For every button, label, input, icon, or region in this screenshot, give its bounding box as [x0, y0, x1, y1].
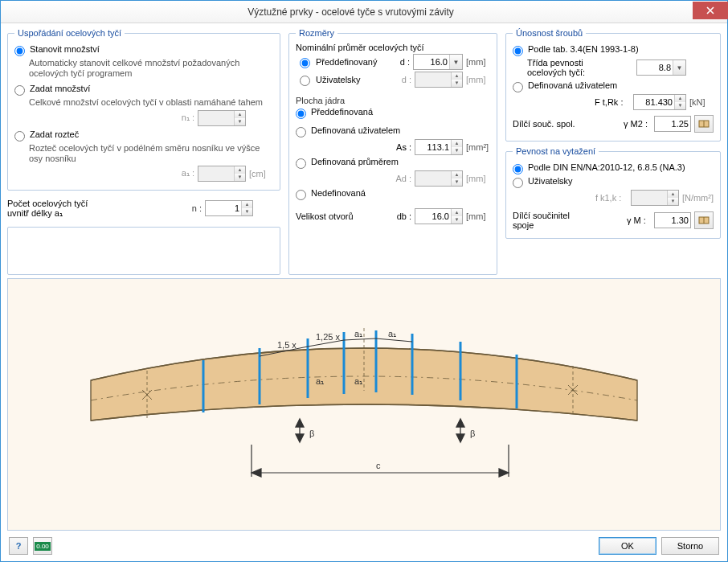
radio-bolt-table[interactable] — [513, 46, 523, 56]
As-input[interactable] — [415, 142, 451, 152]
label-diam-predef[interactable]: Předdefinovaný — [316, 57, 377, 67]
radio-bolt-user[interactable] — [513, 82, 523, 92]
ok-button[interactable]: OK — [599, 537, 656, 555]
gammaM2-field[interactable] — [654, 116, 691, 132]
label-core-predef[interactable]: Předdefinovaná — [311, 107, 373, 117]
gammaM-input[interactable] — [655, 215, 690, 225]
group-empty — [7, 227, 280, 275]
legend-dimensions: Rozměry — [296, 28, 337, 38]
db-input[interactable] — [415, 211, 451, 221]
help-button[interactable]: ? — [9, 537, 28, 555]
radio-spacing[interactable] — [14, 131, 25, 142]
content-area: Uspořádání ocelových tyčí Stanovit množs… — [1, 23, 727, 561]
library-button-1[interactable] — [694, 115, 714, 133]
gammaM-label: γ M : — [627, 215, 651, 225]
label-core-user[interactable]: Definovaná uživatelem — [311, 125, 400, 135]
n1-spinner: ▲▼ — [198, 110, 246, 126]
n1-label: n₁ : — [177, 113, 194, 123]
core-title: Plocha jádra — [296, 96, 490, 105]
class-input[interactable] — [637, 63, 673, 72]
label-core-diam[interactable]: Definovaná průměrem — [311, 157, 399, 166]
window-title: Výztužné prvky - ocelové tyče s vrutovým… — [9, 6, 693, 18]
n-input[interactable] — [206, 203, 241, 213]
library-button-2[interactable] — [694, 211, 714, 229]
d-unit-1: [mm] — [466, 57, 490, 67]
gammaM2-label: γ M2 : — [624, 119, 651, 129]
a1-label: a₁ : — [177, 168, 194, 178]
svg-marker-41 — [499, 469, 509, 477]
label-determine-qty[interactable]: Stanovit množství — [30, 44, 100, 54]
d-user-spinner: ▲▼ — [415, 72, 463, 88]
group-bolt-resistance: Únosnost šroubů Podle tab. 3.4(EN 1993-1… — [505, 28, 721, 142]
titlebar: Výztužné prvky - ocelové tyče s vrutovým… — [1, 1, 727, 23]
desc-determine-qty: Automaticky stanovit celkové množství po… — [29, 58, 273, 79]
label-pull-user[interactable]: Uživatelsky — [528, 176, 573, 186]
svg-text:a₁: a₁ — [316, 376, 324, 386]
radio-core-undef[interactable] — [296, 190, 306, 200]
dialog-window: Výztužné prvky - ocelové tyče s vrutovým… — [0, 0, 728, 562]
radio-diam-predef[interactable] — [300, 58, 310, 68]
svg-text:a₁: a₁ — [354, 329, 362, 338]
radio-core-user[interactable] — [296, 127, 306, 137]
label-enter-qty[interactable]: Zadat množství — [30, 84, 90, 93]
d-combo-input[interactable] — [414, 57, 449, 67]
label-bolt-table[interactable]: Podle tab. 3.4(EN 1993-1-8) — [528, 44, 639, 54]
close-icon — [706, 6, 714, 14]
group-arrangement: Uspořádání ocelových tyčí Stanovit množs… — [7, 28, 280, 191]
svg-text:a₁: a₁ — [388, 329, 396, 338]
gammaM-field[interactable] — [654, 212, 691, 228]
n-spinner[interactable]: ▲▼ — [205, 200, 253, 216]
desc-spacing: Rozteč ocelových tyčí v podélném směru n… — [29, 143, 273, 164]
chevron-down-icon[interactable]: ▼ — [449, 55, 462, 69]
units-icon: 0.00 — [35, 542, 51, 551]
svg-marker-31 — [296, 434, 304, 442]
As-unit: [mm²] — [466, 142, 490, 152]
diagram-preview: 1,5 x 1,25 x a₁ a₁ a₁ a₁ β β — [7, 278, 721, 531]
class-combo[interactable]: ▼ — [636, 59, 686, 76]
label-spacing[interactable]: Zadat rozteč — [30, 129, 79, 139]
legend-arrangement: Uspořádání ocelových tyčí — [14, 28, 125, 38]
book-icon — [698, 215, 710, 225]
n-label: n : — [184, 203, 202, 213]
label-pull-din[interactable]: Podle DIN EN/NA:2010-12, 6.8.5 (NA.3) — [528, 162, 685, 172]
radio-core-diam[interactable] — [296, 158, 306, 169]
svg-text:β: β — [309, 429, 314, 438]
radio-pull-user[interactable] — [513, 178, 523, 188]
label-core-undef[interactable]: Nedefinovaná — [311, 188, 366, 198]
d-label-2: d : — [402, 75, 411, 84]
help-icon: ? — [16, 541, 22, 551]
svg-marker-30 — [296, 419, 304, 427]
desc-enter-qty: Celkové množství ocelových tyčí v oblast… — [29, 97, 273, 108]
svg-text:β: β — [470, 429, 475, 438]
close-button[interactable] — [693, 2, 728, 19]
radio-core-predef[interactable] — [296, 109, 306, 119]
Ft-unit: [kN] — [689, 97, 714, 107]
legend-bolt: Únosnost šroubů — [513, 28, 586, 38]
svg-line-22 — [376, 338, 412, 342]
fk-unit: [N/mm²] — [682, 193, 714, 203]
radio-diam-user[interactable] — [300, 76, 310, 86]
gammaM2-input[interactable] — [655, 119, 690, 129]
fk-spinner: ▲▼ — [631, 190, 679, 206]
class-label: Třída pevnosti ocelových tyčí: — [527, 58, 616, 77]
db-spinner[interactable]: ▲▼ — [415, 208, 463, 224]
Ft-input[interactable] — [634, 97, 674, 107]
As-spinner[interactable]: ▲▼ — [415, 139, 463, 155]
label-diam-user[interactable]: Uživatelsky — [316, 75, 361, 84]
db-label: db : — [397, 211, 411, 221]
Ft-spinner[interactable]: ▲▼ — [633, 94, 686, 110]
radio-enter-qty[interactable] — [14, 85, 25, 96]
group-dimensions: Rozměry Nominální průměr ocelových tyčí … — [288, 28, 497, 275]
chevron-down-icon[interactable]: ▼ — [673, 60, 685, 75]
a1-unit: [cm] — [249, 169, 273, 178]
d-combo[interactable]: ▼ — [413, 54, 463, 70]
cancel-button[interactable]: Storno — [661, 537, 719, 555]
svg-text:a₁: a₁ — [354, 376, 362, 386]
label-bolt-user[interactable]: Definovaná uživatelem — [528, 80, 617, 90]
a1-spinner: ▲▼ — [198, 166, 246, 182]
group-count: Počet ocelových tyčí uvnitř délky a₁ n :… — [7, 195, 280, 222]
partial-label: Dílčí souč. spol. — [513, 119, 575, 129]
radio-determine-qty[interactable] — [14, 46, 25, 56]
radio-pull-din[interactable] — [513, 164, 523, 174]
units-button[interactable]: 0.00 — [33, 537, 52, 555]
